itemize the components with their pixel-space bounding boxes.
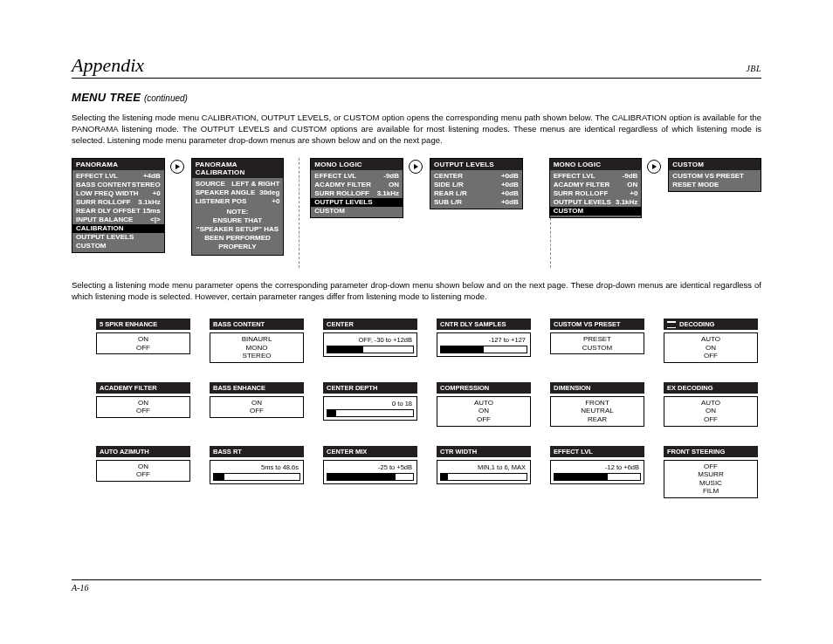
menu-row: CUSTOM VS PRESET — [671, 172, 759, 181]
menu-row-label: OUTPUT LEVELS — [314, 198, 399, 207]
menu-box: CUSTOMCUSTOM VS PRESETRESET MODE — [668, 158, 761, 192]
menu-row-value: +0dB — [501, 181, 519, 189]
tree-col: PANORAMA CALIBRATIONSOURCELEFT & RIGHTSP… — [191, 158, 285, 256]
menu-row-value: +0 — [272, 197, 279, 206]
param-title-text: CENTER DEPTH — [327, 384, 377, 392]
menu-row-label: SIDE L/R — [434, 181, 501, 189]
param-box: BASS RT5ms to 48.6s — [210, 446, 304, 498]
param-title-text: EX DECODING — [667, 384, 713, 392]
paragraph-1: Selecting the listening mode menu CALIBR… — [72, 113, 761, 146]
menu-row-label: ACADMY FILTER — [554, 181, 628, 189]
param-box: DECODINGAUTOONOFF — [664, 319, 758, 363]
menu-row-label: EFFECT LVL — [314, 172, 383, 181]
menu-box-body: CUSTOM VS PRESETRESET MODE — [669, 170, 761, 191]
menu-row-label: REAR DLY OFFSET — [76, 207, 142, 216]
tree-col: MONO LOGICEFFECT LVL-9dBACADMY FILTERONS… — [549, 158, 643, 256]
param-title: ACADEMY FILTER — [96, 382, 190, 394]
menu-row-label: EFFECT LVL — [554, 172, 623, 181]
subtitle-continued: (continued) — [144, 93, 188, 103]
paragraph-2: Selecting a listening mode menu paramete… — [72, 280, 761, 303]
param-title-text: CENTER — [327, 320, 354, 328]
menu-row-label: CENTER — [434, 172, 501, 181]
menu-row: EFFECT LVL+4dB — [74, 172, 162, 181]
menu-row-value: <|> — [150, 216, 161, 224]
slider-fill — [554, 474, 608, 480]
param-body: 5ms to 48.6s — [210, 460, 304, 484]
param-title-text: CENTER MIX — [327, 448, 367, 456]
page-number: A-16 — [72, 583, 88, 593]
menu-row-label: SOURCE — [196, 180, 232, 188]
param-box: AUTO AZIMUTHONOFF — [96, 446, 190, 498]
menu-row-label: LOW FREQ WIDTH — [76, 189, 153, 198]
menu-row: SPEAKER ANGLE30deg — [194, 188, 282, 197]
brand-label: JBL — [746, 64, 761, 73]
param-box: CENTER DEPTH0 to 18 — [323, 382, 417, 427]
menu-row-value: 30deg — [259, 188, 279, 197]
slider-track — [327, 346, 414, 353]
param-body: 0 to 18 — [323, 396, 417, 421]
menu-row: REAR L/R+0dB — [432, 189, 520, 198]
slider-track — [554, 473, 641, 481]
menu-row-label: SURR ROLLOFF — [314, 189, 376, 198]
menu-row-label: CALIBRATION — [76, 224, 161, 233]
menu-row-label: CUSTOM — [76, 242, 161, 250]
menu-row-value: +4dB — [143, 172, 161, 181]
param-box: COMPRESSIONAUTOONOFF — [437, 382, 531, 427]
menu-row-label: REAR L/R — [434, 189, 501, 198]
param-title: CENTER — [323, 319, 417, 330]
param-body: ONOFF — [96, 460, 190, 482]
menu-row: SUB L/R+0dB — [432, 198, 520, 207]
menu-row-label: RESET MODE — [672, 181, 757, 189]
menu-row-label: SURR ROLLOFF — [554, 189, 630, 198]
menu-row: EFFECT LVL-9dB — [552, 172, 640, 181]
menu-row: LOW FREQ WIDTH+0 — [74, 189, 162, 198]
param-title: CUSTOM VS PRESET — [550, 319, 644, 330]
slider-label: MIN,1 to 6, MAX — [440, 463, 527, 471]
param-body: OFFMSURRMUSICFILM — [664, 460, 758, 498]
slider-fill — [214, 474, 224, 480]
param-body: ONOFF — [210, 396, 304, 418]
param-title: FRONT STEERING — [664, 446, 758, 457]
param-body: PRESETCUSTOM — [550, 332, 644, 354]
tree-col: OUTPUT LEVELSCENTER+0dBSIDE L/R+0dBREAR … — [430, 158, 523, 256]
param-box: BASS CONTENTBINAURLMONOSTEREO — [210, 319, 304, 363]
page-footer: A-16 — [72, 579, 761, 593]
menu-box: OUTPUT LEVELSCENTER+0dBSIDE L/R+0dBREAR … — [430, 158, 523, 209]
page-title: Appendix — [72, 54, 746, 77]
section-subtitle: MENU TREE (continued) — [72, 91, 761, 104]
param-title-text: EFFECT LVL — [554, 448, 593, 456]
menu-box: MONO LOGICEFFECT LVL-9dBACADMY FILTERONS… — [549, 158, 643, 218]
menu-row-label: SPEAKER ANGLE — [196, 188, 260, 197]
param-title-text: DECODING — [679, 320, 714, 328]
menu-row: ACADMY FILTERON — [313, 181, 401, 189]
subtitle-bold: MENU TREE — [72, 91, 141, 104]
menu-row-value: +0dB — [501, 198, 519, 207]
param-title: BASS CONTENT — [210, 319, 304, 330]
menu-row: SURR ROLLOFF3.1kHz — [74, 198, 162, 207]
menu-row: RESET MODE — [671, 181, 759, 189]
slider-track — [327, 473, 414, 481]
param-grid: 5 SPKR ENHANCEONOFFBASS CONTENTBINAURLMO… — [96, 319, 761, 498]
menu-box-body: SOURCELEFT & RIGHTSPEAKER ANGLE30degLIST… — [192, 178, 284, 255]
param-title: CENTER DEPTH — [323, 382, 417, 394]
menu-box-title: CUSTOM — [669, 159, 761, 170]
param-title-text: BASS CONTENT — [213, 320, 265, 328]
menu-row-value: -9dB — [383, 172, 399, 181]
param-box: EX DECODINGAUTOONOFF — [664, 382, 758, 427]
menu-tree: PANORAMAEFFECT LVL+4dBBASS CONTENTSTEREO… — [72, 158, 761, 256]
param-title: BASS ENHANCE — [210, 382, 304, 394]
slider-label: -12 to +6dB — [554, 463, 641, 471]
menu-row: SIDE L/R+0dB — [432, 181, 520, 189]
param-box: FRONT STEERINGOFFMSURRMUSICFILM — [664, 446, 758, 498]
menu-box-title: PANORAMA CALIBRATION — [192, 159, 284, 178]
menu-box: PANORAMAEFFECT LVL+4dBBASS CONTENTSTEREO… — [72, 158, 165, 253]
param-title-text: CTR WIDTH — [440, 448, 477, 456]
slider-label: 0 to 18 — [327, 400, 414, 408]
slider-fill — [327, 410, 336, 416]
tree-col: CUSTOMCUSTOM VS PRESETRESET MODE — [668, 158, 761, 256]
menu-row: ACADMY FILTERON — [552, 181, 640, 189]
menu-row-label: CUSTOM — [314, 207, 399, 216]
menu-box-body: EFFECT LVL-9dBACADMY FILTERONSURR ROLLOF… — [550, 170, 642, 217]
param-body: -25 to +5dB — [323, 460, 417, 484]
param-box: CTR WIDTHMIN,1 to 6, MAX — [437, 446, 531, 498]
